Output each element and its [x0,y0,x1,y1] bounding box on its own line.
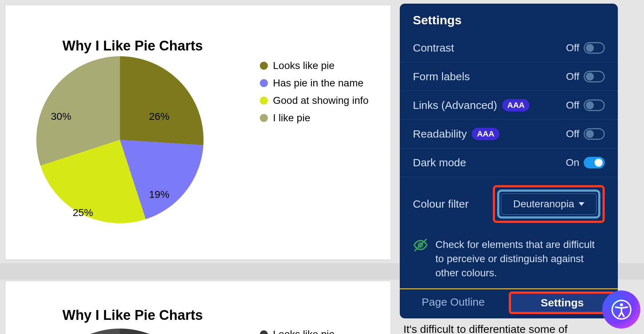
pie-chart-card: Why I Like Pie Charts 26% 19% 25% 30% Lo… [5,5,391,260]
state-text: Off [566,71,579,82]
legend-swatch-icon [260,79,268,87]
pie-graphic-2 [36,329,204,334]
legend-item-2-0: Looks like pie [260,329,335,334]
form-labels-toggle[interactable] [584,71,605,82]
tab-label: Settings [509,292,616,314]
slice-label-2: 25% [73,207,93,219]
legend-label: Has pie in the name [273,77,363,89]
low-vision-icon [413,237,428,254]
tab-page-outline[interactable]: Page Outline [400,289,507,316]
slice-label-3: 30% [51,111,71,122]
article-text-fragment: It's difficult to differentiate some of [403,323,568,334]
pie-chart: 26% 19% 25% 30% [36,56,204,223]
popover-tab-bar: Page Outline Settings [400,288,618,316]
chevron-down-icon [579,202,584,206]
settings-popover: Settings Contrast Off Form labels Off Li… [400,4,618,318]
legend-item-3: I like pie [260,112,369,124]
legend-label: Looks like pie [273,329,335,334]
legend-swatch-icon [260,114,268,122]
setting-state: Off [566,99,605,111]
legend-item-1: Has pie in the name [260,77,369,89]
setting-dark-mode: Dark mode On [400,148,618,177]
filter-description: Check for elements that are difficult to… [435,237,605,280]
label-text: Links (Advanced) [413,99,497,111]
aaa-badge: AAA [472,128,499,140]
accessibility-fab[interactable] [602,290,640,329]
setting-label: Links (Advanced) AAA [413,99,530,111]
chart-legend-2: Looks like pie [260,329,335,334]
colour-filter-select[interactable]: Deuteranopia [501,193,597,215]
chart-legend: Looks like pie Has pie in the name Good … [260,60,369,124]
state-text: Off [566,99,579,111]
filter-description-row: Check for elements that are difficult to… [400,234,618,288]
tab-settings[interactable]: Settings [507,289,618,316]
setting-form-labels: Form labels Off [400,62,618,91]
legend-label: Good at showing info [273,95,369,106]
chart-title-2: Why I Like Pie Charts [5,307,260,323]
settings-title: Settings [400,4,618,34]
setting-state: Off [566,42,605,54]
legend-swatch-icon [260,330,268,334]
slice-label-0: 26% [149,111,169,122]
setting-state: Off [566,128,605,140]
pie-chart-card-2: Why I Like Pie Charts Looks like pie [5,281,391,334]
setting-label: Form labels [413,70,470,83]
state-text: Off [566,128,579,140]
legend-item-2: Good at showing info [260,95,369,106]
legend-item-0: Looks like pie [260,60,369,72]
setting-label: Dark mode [413,156,466,169]
links-toggle[interactable] [584,99,605,111]
readability-toggle[interactable] [584,128,605,140]
accessibility-icon [611,300,632,320]
chart-title: Why I Like Pie Charts [5,38,260,54]
legend-label: Looks like pie [273,60,335,72]
label-text: Readability [413,128,467,140]
legend-label: I like pie [273,112,310,124]
setting-state: Off [566,71,605,82]
setting-readability: Readability AAA Off [400,120,618,148]
legend-swatch-icon [260,62,268,70]
pie-graphic [36,56,204,223]
setting-colour-filter: Colour filter Deuteranopia [400,177,618,234]
filter-highlight: Deuteranopia [493,185,605,223]
setting-label: Readability AAA [413,128,499,140]
setting-state: On [566,157,605,168]
pie-chart-2 [36,329,204,334]
dark-mode-toggle[interactable] [584,157,605,168]
setting-label: Colour filter [413,198,468,210]
select-value: Deuteranopia [513,198,574,210]
slice-label-1: 19% [149,189,169,200]
contrast-toggle[interactable] [584,42,605,54]
setting-links-advanced: Links (Advanced) AAA Off [400,91,618,120]
legend-swatch-icon [260,97,268,105]
aaa-badge: AAA [502,99,530,111]
setting-label: Contrast [413,42,454,54]
state-text: Off [566,42,579,54]
tab-label: Page Outline [422,296,484,308]
filter-select-frame: Deuteranopia [497,190,600,219]
setting-contrast: Contrast Off [400,34,618,62]
svg-point-3 [620,303,623,306]
state-text: On [566,157,579,168]
